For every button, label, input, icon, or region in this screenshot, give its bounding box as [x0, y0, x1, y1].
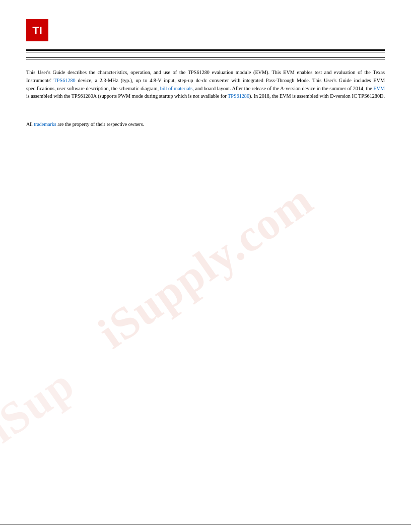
intro-paragraph: This User's Guide describes the characte…	[26, 69, 385, 100]
page: iSupply.com iSup TI	[0, 0, 411, 532]
tps61280-link-2[interactable]: TPS61280	[228, 93, 249, 99]
trademarks-text: All trademarks are the property of their…	[26, 121, 385, 127]
evm-link-1[interactable]: EVM	[373, 86, 385, 91]
tps61280-link-1[interactable]: TPS61280	[54, 78, 76, 83]
ti-logo: TI	[26, 19, 52, 41]
main-content: This User's Guide describes the characte…	[0, 59, 411, 127]
watermark1: iSupply.com	[89, 173, 322, 359]
watermark2: iSup	[0, 358, 84, 453]
footer	[0, 524, 411, 532]
main-title	[26, 52, 385, 57]
header: TI	[0, 0, 411, 41]
title-section	[0, 41, 411, 59]
trademarks-link[interactable]: trademarks	[34, 121, 56, 127]
bom-link[interactable]: bill of materials	[160, 86, 193, 91]
ti-logo-icon: TI	[26, 19, 48, 41]
svg-text:TI: TI	[32, 24, 42, 37]
